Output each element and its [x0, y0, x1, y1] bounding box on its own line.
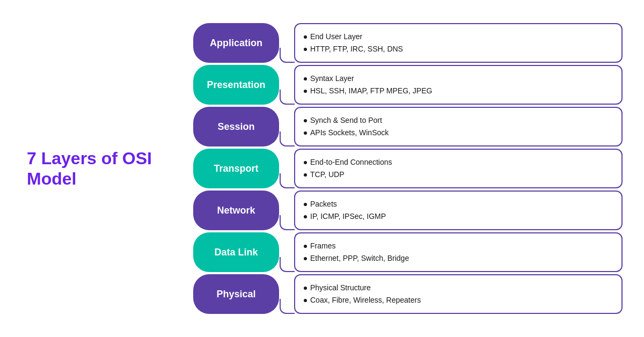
layer-row: Data LinkFramesEthernet, PPP, Switch, Br… [193, 232, 623, 272]
main-container: 7 Layers of OSI Model ApplicationEnd Use… [0, 0, 644, 337]
layer-content-presentation: Syntax LayerHSL, SSH, IMAP, FTP MPEG, JP… [294, 65, 623, 105]
layer-detail-text: APIs Sockets, WinSock [310, 127, 389, 138]
layer-content-line: End User Layer [304, 31, 613, 42]
layer-content-line: Synch & Send to Port [304, 115, 613, 126]
layer-content-line: Ethernet, PPP, Switch, Bridge [304, 253, 613, 264]
layer-row: PhysicalPhysical StructureCoax, Fibre, W… [193, 274, 623, 314]
layer-detail-text: End-to-End Connections [310, 157, 392, 168]
bullet-icon [304, 287, 307, 290]
layer-row: NetworkPacketsIP, ICMP, IPSec, IGMP [193, 191, 623, 230]
layer-content-line: Physical Structure [304, 282, 613, 294]
layer-content-line: HTTP, FTP, IRC, SSH, DNS [304, 43, 613, 55]
bullet-icon [304, 90, 307, 93]
layer-content-line: Packets [304, 199, 613, 210]
layer-badge-session: Session [193, 107, 279, 146]
layer-content-line: Coax, Fibre, Wireless, Repeaters [304, 295, 613, 306]
title-section: 7 Layers of OSI Model [11, 148, 182, 189]
page-title: 7 Layers of OSI Model [27, 148, 182, 189]
layer-detail-text: Synch & Send to Port [310, 115, 382, 126]
layer-content-line: End-to-End Connections [304, 157, 613, 168]
layer-connector [279, 65, 295, 105]
layer-content-application: End User LayerHTTP, FTP, IRC, SSH, DNS [294, 23, 623, 63]
layer-row: SessionSynch & Send to PortAPIs Sockets,… [193, 107, 623, 146]
layer-content-line: Frames [304, 240, 613, 252]
layer-badge-data-link: Data Link [193, 232, 279, 272]
layer-connector [279, 149, 295, 188]
layer-detail-text: End User Layer [310, 31, 362, 42]
layer-row: ApplicationEnd User LayerHTTP, FTP, IRC,… [193, 23, 623, 63]
layer-content-session: Synch & Send to PortAPIs Sockets, WinSoc… [294, 107, 623, 146]
layers-section: ApplicationEnd User LayerHTTP, FTP, IRC,… [182, 23, 633, 314]
bullet-icon [304, 203, 307, 206]
layer-content-line: IP, ICMP, IPSec, IGMP [304, 211, 613, 222]
layer-content-line: HSL, SSH, IMAP, FTP MPEG, JPEG [304, 85, 613, 97]
layer-content-line: TCP, UDP [304, 169, 613, 180]
layer-connector [279, 107, 295, 146]
bullet-icon [304, 119, 307, 122]
layer-connector [279, 191, 295, 230]
layer-detail-text: Coax, Fibre, Wireless, Repeaters [310, 295, 421, 306]
bullet-icon [304, 245, 307, 248]
layer-content-physical: Physical StructureCoax, Fibre, Wireless,… [294, 274, 623, 314]
layer-detail-text: Packets [310, 199, 337, 210]
bullet-icon [304, 48, 307, 51]
layer-badge-network: Network [193, 191, 279, 230]
bullet-icon [304, 131, 307, 135]
bullet-icon [304, 77, 307, 80]
layer-content-transport: End-to-End ConnectionsTCP, UDP [294, 149, 623, 188]
layer-detail-text: TCP, UDP [310, 169, 345, 180]
layer-content-network: PacketsIP, ICMP, IPSec, IGMP [294, 191, 623, 230]
layer-badge-application: Application [193, 23, 279, 63]
layer-content-line: APIs Sockets, WinSock [304, 127, 613, 138]
bullet-icon [304, 299, 307, 302]
layer-badge-transport: Transport [193, 149, 279, 188]
layer-badge-presentation: Presentation [193, 65, 279, 105]
layer-row: TransportEnd-to-End ConnectionsTCP, UDP [193, 149, 623, 188]
layer-detail-text: IP, ICMP, IPSec, IGMP [310, 211, 386, 222]
layer-badge-physical: Physical [193, 274, 279, 314]
layer-connector [279, 274, 295, 314]
layer-detail-text: HTTP, FTP, IRC, SSH, DNS [310, 43, 403, 55]
bullet-icon [304, 215, 307, 218]
layer-connector [279, 23, 295, 63]
layer-detail-text: Ethernet, PPP, Switch, Bridge [310, 253, 409, 264]
bullet-icon [304, 257, 307, 260]
bullet-icon [304, 161, 307, 164]
layer-connector [279, 232, 295, 272]
layer-detail-text: Syntax Layer [310, 73, 354, 84]
layer-row: PresentationSyntax LayerHSL, SSH, IMAP, … [193, 65, 623, 105]
layer-detail-text: Physical Structure [310, 282, 371, 294]
bullet-icon [304, 35, 307, 39]
layer-detail-text: HSL, SSH, IMAP, FTP MPEG, JPEG [310, 85, 432, 97]
layer-content-line: Syntax Layer [304, 73, 613, 84]
bullet-icon [304, 173, 307, 177]
layer-detail-text: Frames [310, 240, 335, 252]
layer-content-data-link: FramesEthernet, PPP, Switch, Bridge [294, 232, 623, 272]
